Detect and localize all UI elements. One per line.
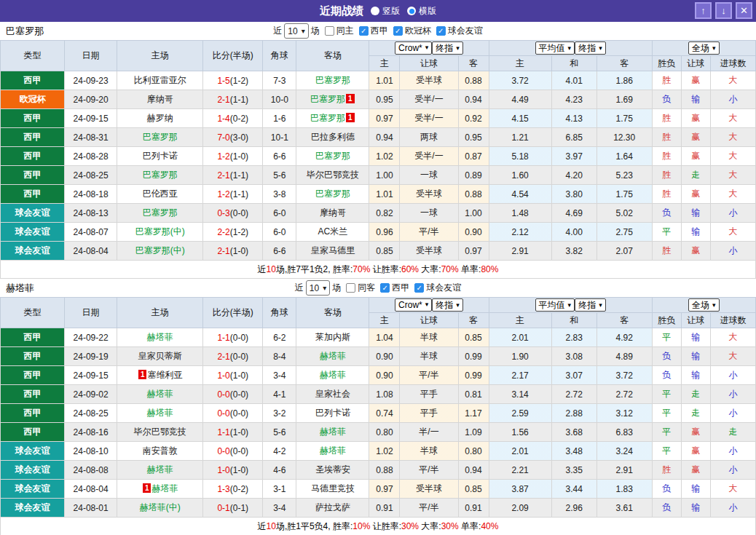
final-odds-select[interactable]: 终指▾ [575, 298, 606, 312]
goals-result-cell: 小 [710, 90, 755, 109]
close-icon[interactable]: ✕ [736, 2, 752, 19]
crow-away-header: 客 [458, 56, 489, 71]
goals-result-cell: 大 [710, 147, 755, 166]
same-venue-checkbox[interactable] [346, 283, 355, 293]
league-checkbox[interactable]: ✓ [393, 26, 403, 36]
filter-near-label: 近 [273, 25, 282, 37]
handicap-home-odds: 0.85 [369, 242, 400, 261]
league-checkbox[interactable]: ✓ [436, 26, 446, 36]
goals-result-cell-value: 小 [728, 389, 737, 399]
fulltime-select[interactable]: 全场▾ [688, 41, 720, 55]
date-cell: 24-09-15 [65, 109, 117, 128]
final-odds-select-value: 终指 [578, 42, 596, 55]
bookmaker-select[interactable]: Crow*▾ [395, 41, 432, 55]
corner-cell: 4-2 [263, 442, 296, 461]
final-odds-select[interactable]: 终指▾ [432, 298, 463, 312]
league-checkbox[interactable]: ✓ [380, 283, 390, 293]
average-select[interactable]: 平均值▾ [535, 41, 575, 55]
handicap-result-cell: 赢 [681, 461, 710, 480]
avg-away-header: 客 [596, 313, 652, 328]
match-count-select[interactable]: 10▾ [284, 23, 308, 39]
type-cell: 西甲 [1, 109, 65, 128]
goals-result-cell: 大 [710, 347, 755, 366]
away-team-cell: 毕尔巴鄂竞技 [296, 166, 369, 185]
table-row: 西甲24-09-22赫塔菲1-1(0-0)6-2莱加内斯1.04半球0.852.… [1, 328, 756, 347]
fulltime-score: 1-0 [217, 465, 229, 475]
fulltime-select[interactable]: 全场▾ [688, 298, 720, 312]
handicap-result-cell-value: 走 [691, 170, 700, 180]
goals-result-cell-value: 大 [728, 483, 737, 494]
same-venue-checkbox[interactable] [325, 26, 334, 36]
same-venue-label: 同主 [336, 25, 354, 37]
handicap-line: 平/半 [400, 499, 458, 518]
handicap-away-odds: 0.89 [458, 166, 489, 185]
corner-cell: 5-6 [263, 423, 296, 442]
bookmaker-select[interactable]: Crow*▾ [395, 298, 432, 312]
avg-away-odds: 2.91 [596, 461, 652, 480]
final-odds-select[interactable]: 终指▾ [432, 41, 463, 55]
date-cell: 24-08-08 [65, 461, 117, 480]
mode-option-horizontal[interactable]: 横版 [407, 5, 436, 17]
col-score-header: 比分(半场) [203, 298, 263, 328]
home-team-name: 塞维利亚 [147, 370, 182, 380]
goals-result-cell: 大 [710, 109, 755, 128]
league-checkbox[interactable]: ✓ [414, 283, 424, 293]
table-row: 球会友谊24-08-01赫塔菲(中)0-1(0-1)3-4萨拉戈萨0.91平/半… [1, 499, 756, 518]
away-team-name: 巴塞罗那 [310, 94, 345, 104]
goals-result-cell-value: 小 [728, 94, 737, 104]
avg-draw-odds: 3.80 [551, 185, 596, 204]
move-down-icon[interactable]: ↓ [715, 2, 732, 19]
type-cell: 西甲 [1, 147, 65, 166]
home-team-cell: 南安普敦 [117, 442, 203, 461]
result-cell-value: 平 [662, 226, 671, 237]
avg-home-odds: 2.09 [489, 499, 551, 518]
avg-home-odds: 2.12 [489, 223, 551, 242]
mode-option-vertical[interactable]: 竖版 [371, 5, 400, 17]
league-checkbox[interactable]: ✓ [359, 26, 369, 36]
summary-part: 让胜率: [370, 264, 401, 274]
final-odds-select[interactable]: 终指▾ [575, 41, 606, 55]
goals-result-cell: 走 [710, 423, 755, 442]
avg-draw-odds: 4.20 [551, 166, 596, 185]
average-select[interactable]: 平均值▾ [535, 298, 575, 312]
home-team-cell: 皇家贝蒂斯 [117, 347, 203, 366]
handicap-home-odds: 0.80 [369, 423, 400, 442]
handicap-result-cell: 输 [681, 499, 710, 518]
away-team-name: 赫塔菲 [320, 427, 346, 437]
result-cell-value: 平 [662, 427, 671, 437]
date-cell: 24-09-20 [65, 90, 117, 109]
handicap-away-odds: 1.17 [458, 404, 489, 423]
radio-icon [407, 7, 416, 15]
avg-away-odds: 4.92 [596, 328, 652, 347]
chevron-down-icon: ▾ [302, 28, 305, 35]
corner-cell: 6-2 [263, 328, 296, 347]
league-label: 欧冠杯 [405, 25, 431, 37]
score-cell: 2-1(0-0) [203, 347, 263, 366]
summary-part: 70% [441, 264, 459, 274]
fulltime-score: 1-0 [217, 370, 229, 381]
away-team-name: 皇家马德里 [311, 245, 355, 255]
type-cell: 西甲 [1, 385, 65, 404]
date-cell: 24-08-13 [65, 204, 117, 223]
title-bar: 近期战绩 竖版 横版 ↑ ↓ ✕ [0, 0, 756, 22]
result-cell-value: 胜 [662, 75, 671, 85]
summary-part: 大率: [419, 264, 441, 274]
team-name: 赫塔菲 [6, 282, 34, 295]
date-cell: 24-08-16 [65, 423, 117, 442]
result-cell: 胜 [652, 166, 681, 185]
score-cell: 1-2(1-1) [203, 185, 263, 204]
away-team-cell: 赫塔菲 [296, 347, 369, 366]
result-cell-value: 平 [662, 332, 671, 342]
result-cell-value: 负 [662, 94, 671, 104]
match-count-select[interactable]: 10▾ [306, 280, 330, 296]
halftime-score: (0-0) [230, 389, 248, 400]
move-up-icon[interactable]: ↑ [695, 2, 712, 19]
handicap-result-cell-value: 赢 [691, 427, 700, 437]
halftime-score: (0-0) [230, 352, 248, 362]
result-cell: 负 [652, 347, 681, 366]
result-cell: 胜 [652, 109, 681, 128]
handicap-result-cell-value: 走 [691, 408, 700, 418]
mode-label-horizontal: 横版 [419, 5, 436, 17]
home-team-cell: 巴塞罗那 [117, 128, 203, 147]
handicap-result-cell: 走 [681, 166, 710, 185]
